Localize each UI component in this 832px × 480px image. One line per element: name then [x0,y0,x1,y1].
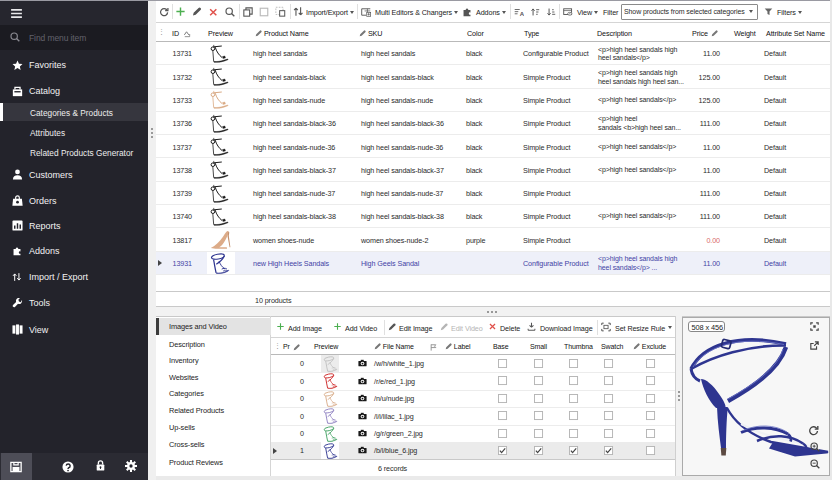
svg-text:A: A [520,11,524,17]
